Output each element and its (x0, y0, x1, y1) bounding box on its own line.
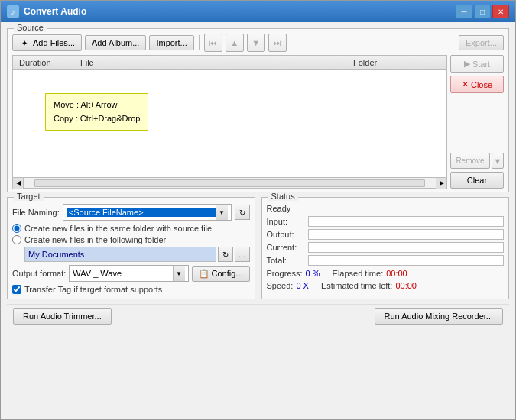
total-progress-bar (308, 255, 505, 266)
status-group-label: Status (268, 192, 298, 201)
bottom-section: Target File Naming: <Source FileName> ▼ … (7, 197, 509, 299)
folder-input[interactable] (24, 247, 216, 262)
footer-bar: Run Audio Trimmer... Run Audio Mixing Re… (7, 304, 509, 328)
config-icon: 📋 (199, 269, 209, 279)
window-body: Source ✦ Add Files... Add Album... Impor… (1, 22, 515, 419)
table-header: Duration File Folder (13, 56, 446, 70)
config-button[interactable]: 📋 Config... (192, 266, 250, 282)
remove-button[interactable]: Remove (450, 153, 490, 169)
progress-stat: Progress: 0 % (267, 269, 320, 278)
maximize-button[interactable]: □ (474, 5, 491, 18)
import-button[interactable]: Import... (149, 35, 193, 50)
add-files-icon: ✦ (19, 37, 30, 48)
close-button[interactable]: ✕ Close (450, 76, 504, 93)
source-toolbar: ✦ Add Files... Add Album... Import... ⏮ … (12, 34, 504, 52)
file-naming-arrow: ▼ (216, 205, 228, 220)
source-group: Source ✦ Add Files... Add Album... Impor… (7, 28, 509, 192)
folder-refresh-button[interactable]: ↻ (218, 247, 233, 262)
elapsed-stat: Elapsed time: 00:00 (333, 269, 407, 278)
horizontal-scrollbar[interactable]: ◀ ▶ (13, 177, 446, 188)
drag-tooltip: Move : Alt+Arrow Copy : Ctrl+Drag&Drop (45, 93, 148, 131)
output-format-value: WAV _ Wave (73, 269, 172, 278)
close-red-icon: ✕ (462, 79, 469, 89)
current-progress-bar (308, 242, 505, 253)
run-mixing-button[interactable]: Run Audio Mixing Recorder... (375, 308, 503, 325)
eta-label: Estimated time left: (321, 281, 393, 290)
col-header-duration: Duration (13, 58, 74, 67)
progress-value: 0 % (306, 269, 320, 278)
col-header-folder: Folder (347, 58, 446, 67)
file-naming-refresh-button[interactable]: ↻ (235, 205, 250, 220)
output-row: Output: (267, 229, 505, 240)
stats-row2: Speed: 0 X Estimated time left: 00:00 (267, 281, 505, 290)
current-row: Current: (267, 242, 505, 253)
output-format-row: Output format: WAV _ Wave ▼ 📋 Config... (12, 265, 250, 282)
side-buttons: ▶ Start ✕ Close Remove ▼ (450, 55, 504, 189)
file-table: Duration File Folder Move : Alt+Arrow Co… (12, 55, 447, 189)
folder-input-row: ↻ … (24, 247, 250, 262)
status-group: Status Ready Input: Output: (261, 197, 510, 299)
current-label: Current: (267, 243, 305, 252)
scroll-right-button[interactable]: ▶ (436, 178, 446, 189)
source-main: Duration File Folder Move : Alt+Arrow Co… (12, 55, 504, 189)
spacer (450, 96, 504, 150)
main-window: ♪ Convert Audio ─ □ ✕ Source ✦ Add Files… (0, 0, 516, 420)
add-files-button[interactable]: ✦ Add Files... (12, 34, 82, 51)
start-button[interactable]: ▶ Start (450, 55, 504, 73)
speed-label: Speed: (267, 281, 294, 290)
radio-same-folder[interactable] (12, 224, 21, 233)
window-title: Convert Audio (24, 6, 451, 17)
file-naming-row: File Naming: <Source FileName> ▼ ↻ (12, 204, 250, 221)
clear-button[interactable]: Clear (450, 172, 504, 189)
speed-value: 0 X (296, 281, 309, 290)
source-group-label: Source (14, 23, 47, 32)
move-last-button[interactable]: ⏭ (268, 34, 287, 52)
folder-browse-button[interactable]: … (235, 247, 250, 262)
table-body: Move : Alt+Arrow Copy : Ctrl+Drag&Drop (13, 70, 446, 177)
output-format-label: Output format: (12, 269, 66, 278)
radio-custom-folder[interactable] (12, 235, 21, 244)
output-progress-bar (308, 229, 505, 240)
scrollbar-track[interactable] (34, 179, 425, 187)
app-icon: ♪ (7, 5, 19, 18)
output-format-arrow: ▼ (173, 266, 185, 281)
total-label: Total: (267, 256, 305, 265)
eta-stat: Estimated time left: 00:00 (321, 281, 417, 290)
file-naming-label: File Naming: (12, 208, 60, 217)
output-label: Output: (267, 230, 305, 239)
elapsed-label: Elapsed time: (333, 269, 384, 278)
start-icon: ▶ (464, 59, 470, 69)
output-format-combo[interactable]: WAV _ Wave ▼ (69, 265, 188, 282)
add-album-button[interactable]: Add Album... (85, 35, 146, 50)
transfer-tag-row: Transfer Tag if target format supports (12, 285, 250, 294)
run-trimmer-button[interactable]: Run Audio Trimmer... (13, 308, 112, 325)
progress-label: Progress: (267, 269, 303, 278)
minimize-button[interactable]: ─ (456, 5, 472, 18)
col-header-file: File (74, 58, 347, 67)
total-row: Total: (267, 255, 505, 266)
input-label: Input: (267, 217, 305, 226)
input-progress-bar (308, 216, 505, 227)
elapsed-value: 00:00 (386, 269, 407, 278)
eta-value: 00:00 (395, 281, 417, 290)
status-ready-text: Ready (267, 204, 505, 213)
radio-custom-folder-row: Create new files in the following folder (12, 235, 250, 244)
move-first-button[interactable]: ⏮ (204, 34, 222, 52)
radio-custom-folder-label: Create new files in the following folder (24, 235, 166, 244)
title-bar-buttons: ─ □ ✕ (456, 5, 509, 18)
transfer-tag-label: Transfer Tag if target format supports (24, 285, 162, 294)
transfer-tag-checkbox[interactable] (12, 285, 21, 294)
file-naming-combo[interactable]: <Source FileName> ▼ (63, 204, 232, 221)
move-down-button[interactable]: ▼ (247, 34, 265, 52)
toolbar-separator (199, 35, 200, 50)
target-group-label: Target (14, 192, 44, 201)
window-close-button[interactable]: ✕ (492, 5, 509, 18)
radio-same-folder-row: Create new files in the same folder with… (12, 224, 250, 233)
move-up-button[interactable]: ▲ (226, 34, 244, 52)
export-button[interactable]: Export... (459, 35, 504, 50)
remove-dropdown-button[interactable]: ▼ (492, 153, 504, 169)
radio-same-folder-label: Create new files in the same folder with… (24, 224, 212, 233)
scroll-left-button[interactable]: ◀ (13, 178, 24, 189)
file-naming-value: <Source FileName> (67, 208, 216, 217)
input-row: Input: (267, 216, 505, 227)
